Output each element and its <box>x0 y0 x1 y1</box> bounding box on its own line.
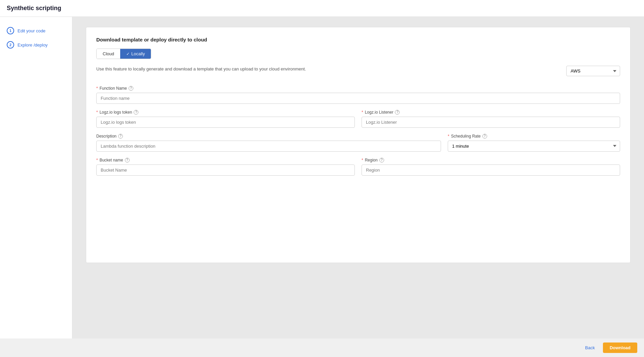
sidebar-item-edit-code[interactable]: 1 Edit your code <box>0 24 72 38</box>
download-button[interactable]: Download <box>603 343 637 353</box>
scheduling-rate-select[interactable]: 1 minute 5 minutes 15 minutes 30 minutes… <box>448 141 620 152</box>
description-scheduling-row: Description ? * Scheduling Rate ? 1 minu… <box>96 134 620 152</box>
scheduling-rate-label: * Scheduling Rate ? <box>448 134 620 139</box>
description-text: Use this feature to locally generate and… <box>96 66 306 72</box>
listener-help-icon[interactable]: ? <box>395 110 400 115</box>
logs-token-label: * Logz.io logs token ? <box>96 110 355 115</box>
sidebar-item-label-2: Explore /deploy <box>18 42 48 48</box>
region-input[interactable] <box>362 165 620 176</box>
sidebar-item-label-1: Edit your code <box>18 28 45 33</box>
page-header: Synthetic scripting <box>0 0 644 17</box>
bucket-name-help-icon[interactable]: ? <box>125 158 130 162</box>
page-title: Synthetic scripting <box>7 5 61 12</box>
listener-label: * Logz.io Listener ? <box>362 110 620 115</box>
description-help-icon[interactable]: ? <box>118 134 123 139</box>
region-help-icon[interactable]: ? <box>379 158 384 162</box>
card-title: Download template or deploy directly to … <box>96 37 620 42</box>
page-body: 1 Edit your code 2 Explore /deploy Downl… <box>0 17 644 357</box>
sidebar: 1 Edit your code 2 Explore /deploy <box>0 17 72 357</box>
footer-bar: Back Download <box>0 338 644 357</box>
scheduling-rate-col: * Scheduling Rate ? 1 minute 5 minutes 1… <box>448 134 620 152</box>
step-circle-1: 1 <box>7 27 14 34</box>
description-row: Use this feature to locally generate and… <box>96 66 620 79</box>
function-name-row: * Function Name ? <box>96 86 620 104</box>
scheduling-rate-help-icon[interactable]: ? <box>482 134 487 139</box>
function-name-input[interactable] <box>96 93 620 104</box>
bucket-name-label: * Bucket name ? <box>96 158 355 162</box>
function-name-label: * Function Name ? <box>96 86 620 91</box>
description-col: Description ? <box>96 134 441 152</box>
bucket-name-col: * Bucket name ? <box>96 158 355 176</box>
tab-cloud[interactable]: Cloud <box>97 49 120 59</box>
main-content: Download template or deploy directly to … <box>72 17 644 357</box>
region-label: * Region ? <box>362 158 620 162</box>
description-label: Description ? <box>96 134 441 139</box>
bucket-region-row: * Bucket name ? * Region ? <box>96 158 620 176</box>
content-card: Download template or deploy directly to … <box>86 27 631 263</box>
tab-group: Cloud Locally <box>96 49 151 59</box>
tab-locally[interactable]: Locally <box>120 49 151 59</box>
form-section: * Function Name ? * Logz.io logs token ? <box>96 86 620 176</box>
listener-input[interactable] <box>362 117 620 128</box>
logs-token-help-icon[interactable]: ? <box>134 110 138 115</box>
token-listener-row: * Logz.io logs token ? * Logz.io Listene… <box>96 110 620 128</box>
cloud-select[interactable]: AWS Azure GCP <box>566 66 620 76</box>
region-col: * Region ? <box>362 158 620 176</box>
cloud-select-wrapper: AWS Azure GCP <box>566 66 620 76</box>
listener-col: * Logz.io Listener ? <box>362 110 620 128</box>
sidebar-item-explore-deploy[interactable]: 2 Explore /deploy <box>0 38 72 52</box>
description-input[interactable] <box>96 141 441 152</box>
bucket-name-input[interactable] <box>96 165 355 176</box>
logs-token-input[interactable] <box>96 117 355 128</box>
function-name-help-icon[interactable]: ? <box>129 86 133 91</box>
back-button[interactable]: Back <box>581 343 599 353</box>
logs-token-col: * Logz.io logs token ? <box>96 110 355 128</box>
step-circle-2: 2 <box>7 41 14 49</box>
